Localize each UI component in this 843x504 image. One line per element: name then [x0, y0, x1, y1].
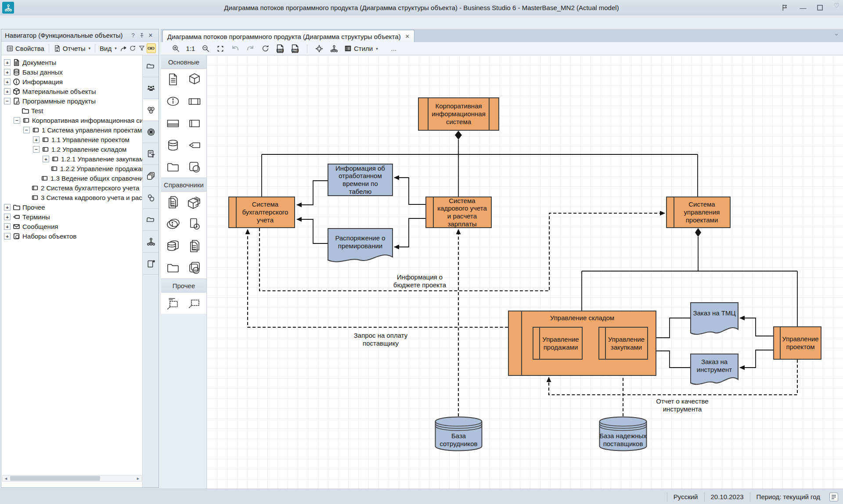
fit-screen-icon[interactable] — [215, 43, 226, 54]
navigator-horizontal-scrollbar[interactable]: ◄ ► — [2, 475, 142, 482]
expander-icon[interactable] — [4, 223, 11, 230]
filter-icon[interactable] — [137, 43, 147, 53]
node-project-mgmt-system[interactable]: Система управления проектами — [666, 197, 731, 228]
status-language[interactable]: Русский — [667, 492, 704, 502]
shape-document-icon[interactable] — [165, 71, 181, 87]
category-folder-icon[interactable] — [143, 55, 159, 77]
palette-section-other[interactable]: Прочее — [161, 279, 206, 293]
window-maximize-button[interactable] — [813, 3, 826, 12]
tree-item-project-mgmt-system[interactable]: 1 Система управления проектами — [1, 125, 142, 135]
expander-icon[interactable] — [14, 117, 20, 124]
external-ref-icon[interactable] — [187, 295, 202, 311]
go-to-icon[interactable] — [119, 43, 128, 53]
quick-access-dropdown[interactable] — [46, 4, 55, 11]
tree-item-purchasing[interactable]: 1.2.1 Управление закупками — [1, 154, 142, 164]
expander-icon[interactable] — [4, 204, 11, 211]
zoom-in-icon[interactable] — [170, 43, 181, 54]
ref-folder-icon[interactable] — [165, 260, 181, 276]
palette-section-main[interactable]: Основные — [161, 55, 206, 69]
node-db-suppliers[interactable]: База надежных поставщиков — [599, 416, 647, 451]
category-folder2-icon[interactable] — [143, 209, 159, 231]
export-png-icon[interactable]: PNG — [290, 43, 300, 54]
tree-item-messages[interactable]: Сообщения — [1, 222, 142, 231]
tab-close-icon[interactable]: ✕ — [405, 33, 410, 39]
shape-object-set-icon[interactable] — [187, 159, 202, 175]
export-svg-icon[interactable]: SVG — [275, 43, 285, 54]
expander-icon[interactable] — [4, 233, 11, 239]
autosize-icon[interactable] — [314, 43, 324, 54]
properties-button[interactable]: Свойства — [4, 44, 47, 53]
category-documents-icon[interactable] — [143, 143, 159, 165]
expander-icon[interactable] — [23, 127, 30, 133]
styles-button[interactable]: Стили — [344, 43, 378, 54]
expander-icon[interactable] — [4, 79, 11, 85]
tree-item-hr-system[interactable]: 3 Система кадрового учета и расчета зарп… — [1, 193, 142, 202]
favorites-icon[interactable]: ♡ — [834, 2, 839, 10]
ref-software-product-icon[interactable] — [187, 216, 202, 232]
tree-item-sales[interactable]: 1.2.2 Управление продажами — [1, 164, 142, 173]
shape-term-icon[interactable] — [187, 137, 202, 153]
expander-icon[interactable] — [4, 88, 11, 95]
ref-databases-icon[interactable] — [165, 238, 181, 254]
tree-item-software-products[interactable]: Программные продукты — [1, 96, 142, 106]
tree-item-object-sets[interactable]: Наборы объектов — [1, 231, 142, 241]
category-subjects-icon[interactable] — [143, 77, 159, 99]
tree-item-test[interactable]: Test — [1, 106, 142, 115]
expander-icon[interactable] — [43, 156, 49, 162]
expander-icon[interactable] — [33, 136, 40, 143]
link-mode-icon[interactable] — [147, 43, 156, 53]
shape-subsystem-3col-icon[interactable] — [187, 93, 202, 109]
palette-section-references[interactable]: Справочники — [161, 178, 206, 192]
node-order-tmc[interactable]: Заказ на ТМЦ — [690, 302, 739, 339]
node-order-tools[interactable]: Заказ на инструмент — [690, 354, 739, 389]
tree-item-accounting-system[interactable]: 2 Система бухгалтерского учета — [1, 183, 142, 193]
navigator-close-button[interactable]: ✕ — [146, 31, 155, 40]
shape-material-object-icon[interactable] — [187, 71, 202, 87]
ref-information-icon[interactable] — [165, 216, 181, 232]
tree-item-terms[interactable]: Термины — [1, 212, 142, 222]
diagram-canvas[interactable]: Корпоративная информационная система Сис… — [207, 55, 843, 489]
category-new-page-icon[interactable] — [143, 253, 159, 275]
tree-item-warehouse[interactable]: 1.2 Управление складом — [1, 144, 142, 154]
status-log-icon[interactable] — [828, 491, 839, 503]
scroll-right-icon[interactable]: ► — [135, 475, 141, 481]
shape-folder-icon[interactable] — [165, 159, 181, 175]
tree-item-project-control[interactable]: 1.1 Управление проектом — [1, 135, 142, 144]
refresh-diagram-icon[interactable] — [260, 43, 270, 54]
tab-diagram[interactable]: Диаграмма потоков программного продукта … — [162, 30, 414, 43]
status-date[interactable]: 20.10.2023 — [704, 492, 750, 502]
expander-icon[interactable] — [4, 69, 11, 75]
category-functional-objects-icon[interactable] — [143, 99, 159, 121]
tree-item-corporate-system[interactable]: Корпоративная информационная система — [1, 115, 142, 125]
node-accounting-system[interactable]: Система бухгалтерского учета — [228, 197, 295, 228]
refresh-icon[interactable] — [128, 43, 137, 53]
scroll-left-icon[interactable]: ◄ — [3, 475, 9, 481]
ref-object-sets-icon[interactable] — [187, 260, 202, 276]
shape-subsystem-rows-icon[interactable] — [165, 115, 181, 131]
tree-item-reference-books[interactable]: 1.3 Ведение общих справочников — [1, 173, 142, 183]
expander-icon[interactable] — [4, 98, 11, 104]
status-period[interactable]: Период: текущий год — [750, 492, 826, 502]
node-timesheet-info[interactable]: Информация об отработанном времени по та… — [328, 164, 393, 196]
category-copies-icon[interactable] — [143, 165, 159, 187]
tree-item-documents[interactable]: Документы — [1, 57, 142, 67]
flow-label-budget[interactable]: Информация о бюджете проекта — [388, 273, 452, 289]
category-hierarchy-icon[interactable] — [143, 231, 159, 253]
flow-label-quality[interactable]: Отчет о качестве инструмента — [649, 397, 715, 413]
zoom-out-icon[interactable] — [200, 43, 211, 54]
window-flag-button[interactable] — [778, 3, 791, 12]
tab-list-dropdown-icon[interactable] — [833, 32, 839, 37]
category-rings-icon[interactable] — [143, 187, 159, 209]
node-db-employees[interactable]: База сотрудников — [435, 416, 483, 451]
undo-icon[interactable] — [230, 43, 241, 54]
hierarchy-icon[interactable] — [329, 43, 339, 54]
shape-information-icon[interactable] — [165, 93, 181, 109]
expander-icon[interactable] — [33, 146, 40, 153]
tree-item-material-objects[interactable]: Материальные объекты — [1, 86, 142, 96]
node-purchasing[interactable]: Управление закупками — [598, 327, 648, 360]
tree-item-databases[interactable]: Базы данных — [1, 67, 142, 77]
navigator-help-button[interactable]: ? — [129, 31, 137, 40]
expander-icon[interactable] — [4, 59, 11, 66]
ref-material-objects-icon[interactable] — [187, 194, 202, 210]
node-bonus-order[interactable]: Распоряжение о премировании — [328, 228, 393, 266]
